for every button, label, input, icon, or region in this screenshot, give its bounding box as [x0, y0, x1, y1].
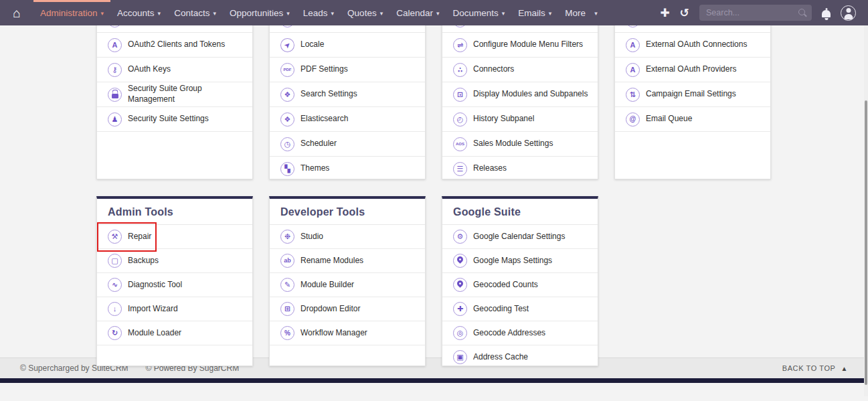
nav-item-label: Opportunities — [230, 8, 283, 18]
item-label: Connectors — [473, 64, 514, 75]
nav-item-label: Emails — [518, 8, 545, 18]
pin-icon — [453, 278, 467, 292]
item-connectors[interactable]: ∴Connectors — [442, 58, 598, 82]
gauge-icon: ◴ — [453, 112, 467, 127]
nav-item-leads[interactable]: Leads▾ — [296, 0, 341, 25]
users-icon: ♟ — [108, 112, 122, 127]
item-security-suite-group-management[interactable]: Security Suite Group Management — [97, 82, 252, 107]
item-label: Sales Module Settings — [473, 139, 553, 149]
item-repair[interactable]: ⚒Repair — [97, 225, 252, 249]
item-sales-module-settings[interactable]: AOSSales Module Settings — [442, 132, 598, 157]
history-icon[interactable]: ↺ — [680, 7, 689, 19]
item-address-cache[interactable]: ▣Address Cache — [442, 345, 598, 366]
card-google-suite: Google Suite⚙Google Calendar SettingsGoo… — [442, 196, 598, 366]
item-label: Repair — [128, 232, 151, 242]
snail-icon: @ — [626, 112, 640, 127]
nav-item-label: Leads — [303, 8, 328, 18]
home-icon: ⌂ — [13, 7, 20, 19]
item-label: Import Wizard — [128, 304, 178, 315]
aos-icon: AOS — [453, 137, 467, 151]
bell-icon[interactable] — [822, 10, 831, 17]
item-label: Backups — [128, 256, 159, 266]
item-workflow-manager[interactable]: %Workflow Manager — [270, 321, 425, 345]
nav-item-administration[interactable]: Administration▾ — [33, 0, 110, 25]
item-label: External OAuth Connections — [646, 39, 747, 50]
themes-icon: ▚ — [280, 162, 294, 176]
vertical-sliders-icon: ⇅ — [626, 88, 640, 102]
chevron-down-icon: ▾ — [331, 10, 335, 17]
item-google-maps-settings[interactable]: Google Maps Settings — [442, 249, 598, 273]
chart-icon: ∿ — [108, 278, 122, 292]
card-clipped-4: ✉Outbound EmailAExternal OAuth Connectio… — [614, 7, 771, 179]
item-security-suite-settings[interactable]: ♟Security Suite Settings — [97, 107, 252, 132]
bottom-strip — [0, 378, 868, 383]
item-themes[interactable]: ▚Themes — [270, 157, 425, 179]
scrollbar-thumb[interactable] — [865, 100, 867, 385]
item-search-settings[interactable]: ❖Search Settings — [270, 82, 425, 107]
nav-item-opportunities[interactable]: Opportunities▾ — [223, 0, 296, 25]
chevron-down-icon: ▾ — [158, 10, 161, 17]
user-avatar-icon[interactable] — [841, 5, 856, 21]
nav-item-emails[interactable]: Emails▾ — [511, 0, 558, 25]
nav-item-more[interactable]: More▾ — [558, 0, 604, 25]
search-icon — [798, 9, 805, 15]
chevron-down-icon: ▾ — [101, 10, 104, 17]
item-studio[interactable]: ❉Studio — [270, 225, 425, 249]
chevron-down-icon: ▾ — [286, 10, 290, 17]
item-scheduler[interactable]: ◷Scheduler — [270, 132, 425, 157]
plus-icon[interactable]: ✚ — [661, 7, 670, 19]
item-oauth-keys[interactable]: ⚷OAuth Keys — [97, 58, 252, 82]
item-email-queue[interactable]: @Email Queue — [615, 107, 770, 132]
archive-icon: ▣ — [453, 350, 467, 364]
item-pdf-settings[interactable]: PDFPDF Settings — [270, 58, 425, 82]
pdf-icon: PDF — [280, 63, 294, 77]
item-google-calendar-settings[interactable]: ⚙Google Calendar Settings — [442, 225, 598, 249]
item-display-modules-and-subpanels[interactable]: ⊡Display Modules and Subpanels — [442, 82, 598, 107]
item-geocoding-test[interactable]: ✚Geocoding Test — [442, 297, 598, 321]
item-history-subpanel[interactable]: ◴History Subpanel — [442, 107, 598, 132]
item-backups[interactable]: ▢Backups — [97, 249, 252, 273]
item-module-loader[interactable]: ↻Module Loader — [97, 321, 252, 345]
item-label: OAuth Keys — [128, 64, 171, 75]
card-title-google-suite: Google Suite — [442, 199, 598, 225]
item-geocode-addresses[interactable]: ◎Geocode Addresses — [442, 321, 598, 345]
item-configure-module-menu-filters[interactable]: ⇌Configure Module Menu Filters — [442, 33, 598, 58]
item-diagnostic-tool[interactable]: ∿Diagnostic Tool — [97, 273, 252, 297]
home-button[interactable]: ⌂ — [0, 7, 33, 19]
item-releases[interactable]: ☰Releases — [442, 157, 598, 179]
item-rename-modules[interactable]: abRename Modules — [270, 249, 425, 273]
lock-icon — [108, 88, 122, 102]
chevron-down-icon: ▾ — [436, 10, 440, 17]
item-dropdown-editor[interactable]: ⊞Dropdown Editor — [270, 297, 425, 321]
item-geocoded-counts[interactable]: Geocoded Counts — [442, 273, 598, 297]
item-oauth2-clients-and-tokens[interactable]: AOAuth2 Clients and Tokens — [97, 33, 252, 58]
nav-item-contacts[interactable]: Contacts▾ — [167, 0, 223, 25]
item-label: Module Loader — [128, 328, 181, 339]
nav-item-label: Administration — [40, 8, 98, 18]
nav-item-quotes[interactable]: Quotes▾ — [341, 0, 389, 25]
clock-icon: ◷ — [280, 137, 294, 151]
item-import-wizard[interactable]: ↓Import Wizard — [97, 297, 252, 321]
item-label: Campaign Email Settings — [646, 89, 736, 100]
item-locale[interactable]: ➤Locale — [270, 33, 425, 58]
grid-icon: ❖ — [280, 112, 294, 127]
nav-menu: Administration▾Accounts▾Contacts▾Opportu… — [33, 0, 604, 25]
item-label: Geocode Addresses — [473, 328, 545, 339]
chevron-down-icon: ▾ — [549, 10, 552, 17]
item-external-oauth-providers[interactable]: AExternal OAuth Providers — [615, 58, 770, 82]
item-elasticsearch[interactable]: ❖Elasticsearch — [270, 107, 425, 132]
cross-icon: ✚ — [453, 302, 467, 316]
item-external-oauth-connections[interactable]: AExternal OAuth Connections — [615, 33, 770, 58]
pin-icon — [453, 254, 467, 268]
chevron-down-icon: ▾ — [594, 10, 598, 17]
card-clipped-1: ♟Password ManagementAOAuth2 Clients and … — [96, 7, 253, 179]
item-campaign-email-settings[interactable]: ⇅Campaign Email Settings — [615, 82, 770, 107]
item-module-builder[interactable]: ✎Module Builder — [270, 273, 425, 297]
search-input[interactable] — [699, 5, 812, 21]
item-label: Google Calendar Settings — [473, 232, 565, 242]
item-label: Themes — [300, 163, 329, 174]
nav-item-documents[interactable]: Documents▾ — [446, 0, 512, 25]
box-icon: ▢ — [108, 254, 122, 268]
nav-item-accounts[interactable]: Accounts▾ — [110, 0, 167, 25]
nav-item-calendar[interactable]: Calendar▾ — [389, 0, 446, 25]
